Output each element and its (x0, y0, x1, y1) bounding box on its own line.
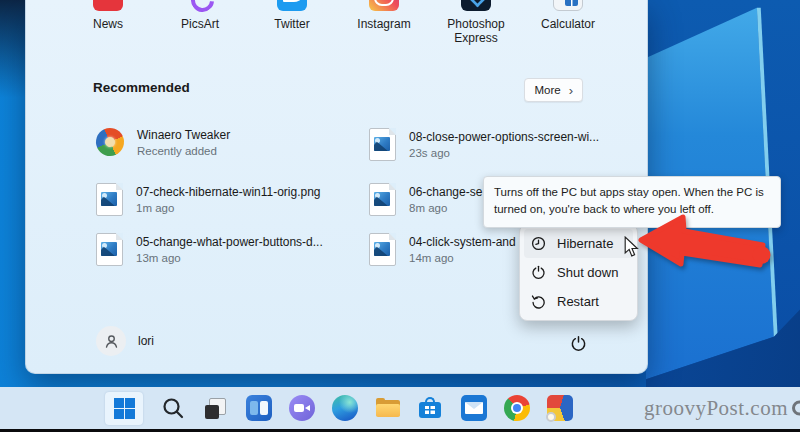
flyout-item-hibernate[interactable]: Hibernate (524, 229, 633, 258)
power-button[interactable] (567, 332, 589, 354)
flyout-item-restart[interactable]: Restart (524, 287, 633, 316)
user-account-button[interactable]: lori (96, 326, 154, 356)
instagram-icon (369, 0, 399, 11)
clock-icon (531, 236, 546, 251)
item-title: 04-click-system-and (409, 235, 516, 249)
user-name: lori (138, 334, 154, 348)
recommended-item-text: 08-close-power-options-screen-wi... 23s … (409, 130, 599, 159)
calculator-icon (553, 0, 583, 11)
recommended-item-winaero-tweaker[interactable]: Winaero Tweaker Recently added (96, 128, 230, 157)
envelope-flap (465, 402, 483, 409)
image-thumbnail (374, 242, 390, 256)
image-file-icon (369, 233, 396, 266)
screen: News PicsArt Twitter Instagram Photoshop… (0, 0, 800, 432)
image-file-icon (369, 183, 396, 216)
taskbar-widgets-button[interactable] (245, 395, 272, 422)
more-button[interactable]: More › (524, 78, 583, 102)
more-button-label: More (534, 84, 560, 96)
taskbar-search-button[interactable] (159, 395, 186, 422)
taskbar-winaero-tweaker-button[interactable] (546, 395, 573, 422)
widgets-icon (246, 395, 272, 421)
image-file-icon (96, 183, 123, 216)
mail-icon (461, 395, 487, 421)
item-subtitle: 23s ago (409, 147, 599, 159)
pinned-app-news[interactable]: News (62, 0, 154, 46)
recommended-item-text: 07-check-hibernate-win11-orig.png 1m ago (136, 185, 321, 214)
recommended-item-text: 05-change-what-power-buttons-d... 13m ag… (136, 235, 323, 264)
pinned-app-calculator[interactable]: Calculator (522, 0, 614, 46)
flyout-item-label: Restart (557, 294, 599, 309)
taskbar-file-explorer-button[interactable] (374, 395, 401, 422)
recommended-item-text: 06-change-se 8m ago (409, 185, 482, 214)
pinned-apps-row: News PicsArt Twitter Instagram Photoshop… (62, 0, 614, 46)
item-subtitle: 1m ago (136, 202, 321, 214)
image-file-icon (369, 128, 396, 161)
picsart-icon (185, 0, 215, 11)
item-subtitle: 14m ago (409, 252, 516, 264)
image-thumbnail (374, 192, 390, 206)
taskbar: groovyPost.com (0, 387, 800, 429)
item-subtitle: Recently added (137, 145, 230, 157)
item-subtitle: 8m ago (409, 202, 482, 214)
search-icon (161, 396, 185, 420)
pinned-app-label: PicsArt (181, 17, 219, 31)
chat-icon (289, 395, 315, 421)
file-explorer-icon (375, 395, 401, 421)
recommended-item-file-06[interactable]: 06-change-se 8m ago (369, 183, 482, 216)
recommended-item-file-05[interactable]: 05-change-what-power-buttons-d... 13m ag… (96, 233, 323, 266)
windows-logo-icon (114, 398, 135, 419)
taskbar-edge-button[interactable] (331, 395, 358, 422)
groovypost-watermark: groovyPost.com (644, 396, 788, 421)
item-title: 06-change-se (409, 185, 482, 199)
red-arrow-annotation (637, 213, 777, 287)
chevron-right-icon: › (569, 84, 573, 97)
item-title: 05-change-what-power-buttons-d... (136, 235, 323, 249)
recommended-item-file-07[interactable]: 07-check-hibernate-win11-orig.png 1m ago (96, 183, 321, 216)
winaero-tweaker-icon (91, 124, 128, 161)
recommended-heading: Recommended (93, 80, 190, 95)
taskbar-icons (105, 387, 573, 429)
restart-icon (531, 294, 546, 309)
item-title: 07-check-hibernate-win11-orig.png (136, 185, 321, 199)
flyout-item-label: Shut down (557, 265, 618, 280)
recommended-item-text: 04-click-system-and 14m ago (409, 235, 516, 264)
taskbar-chat-button[interactable] (288, 395, 315, 422)
taskbar-start-button[interactable] (105, 392, 143, 425)
item-title: 08-close-power-options-screen-wi... (409, 130, 599, 144)
taskbar-mail-button[interactable] (460, 395, 487, 422)
taskbar-store-button[interactable] (417, 395, 444, 422)
pinned-app-label: Instagram (357, 17, 410, 31)
winaero-tweaker-icon (547, 395, 573, 421)
image-thumbnail (101, 192, 117, 206)
power-icon (570, 335, 587, 352)
recommended-item-file-08[interactable]: 08-close-power-options-screen-wi... 23s … (369, 128, 599, 161)
image-thumbnail (101, 242, 117, 256)
power-icon (531, 265, 546, 280)
edge-browser-icon (332, 395, 358, 421)
twitter-icon (277, 0, 307, 11)
pinned-app-label: News (93, 17, 123, 31)
photoshop-express-icon (461, 0, 491, 11)
recommended-item-text: Winaero Tweaker Recently added (137, 128, 230, 157)
folder-front (376, 404, 400, 417)
person-icon (96, 326, 126, 356)
image-thumbnail (374, 137, 390, 151)
image-file-icon (96, 233, 123, 266)
pinned-app-twitter[interactable]: Twitter (246, 0, 338, 46)
mouse-cursor (624, 236, 640, 262)
taskbar-task-view-button[interactable] (202, 395, 229, 422)
item-subtitle: 13m ago (136, 252, 323, 264)
pinned-app-label: Photoshop Express (436, 17, 516, 46)
pinned-app-instagram[interactable]: Instagram (338, 0, 430, 46)
flyout-item-label: Hibernate (557, 236, 613, 251)
taskbar-chrome-button[interactable] (503, 395, 530, 422)
pinned-app-photoshop-express[interactable]: Photoshop Express (430, 0, 522, 46)
power-options-flyout: Hibernate Shut down Restart (519, 224, 638, 321)
chrome-icon (504, 395, 530, 421)
wallpaper-shadow (0, 0, 26, 115)
pinned-app-picsart[interactable]: PicsArt (154, 0, 246, 46)
store-window-glyph (425, 406, 435, 414)
recommended-item-file-04[interactable]: 04-click-system-and 14m ago (369, 233, 516, 266)
task-view-icon-back (205, 405, 219, 419)
flyout-item-shut-down[interactable]: Shut down (524, 258, 633, 287)
